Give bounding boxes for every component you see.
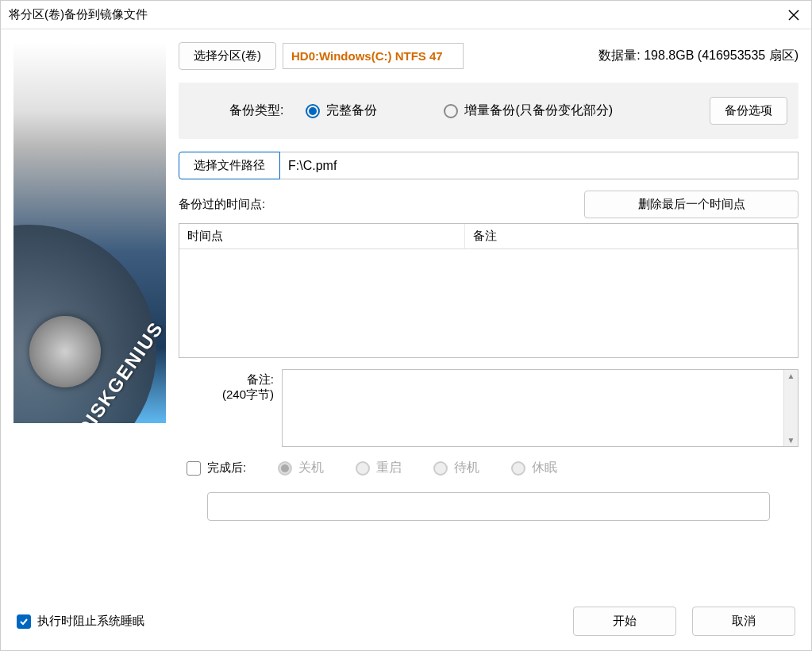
hibernate-radio: 休眠 [511, 460, 557, 476]
data-amount-label: 数据量: 198.8GB (416953535 扇区) [598, 48, 799, 64]
partition-row: 选择分区(卷) HD0:Windows(C:) NTFS 47 数据量: 198… [179, 42, 799, 70]
file-path-input[interactable] [280, 152, 799, 179]
restart-radio: 重启 [356, 460, 402, 476]
start-button[interactable]: 开始 [573, 607, 676, 636]
window-title: 将分区(卷)备份到镜像文件 [9, 7, 148, 22]
standby-radio: 待机 [433, 460, 479, 476]
content-area: DISKGENIUS 选择分区(卷) HD0:Windows(C:) NTFS … [1, 29, 811, 595]
history-label: 备份过的时间点: [179, 197, 265, 212]
close-icon [788, 10, 799, 21]
footer: 执行时阻止系统睡眠 开始 取消 [1, 595, 811, 650]
backup-type-label: 备份类型: [229, 102, 283, 119]
textarea-scrollbar[interactable]: ▲ ▼ [783, 370, 798, 446]
history-header-row: 备份过的时间点: 删除最后一个时间点 [179, 191, 799, 218]
table-header: 时间点 备注 [179, 224, 798, 249]
after-done-checkbox[interactable]: 完成后: [187, 460, 246, 476]
prevent-sleep-checkbox[interactable]: 执行时阻止系统睡眠 [17, 614, 144, 629]
check-icon [19, 617, 29, 626]
after-done-row: 完成后: 关机 重启 待机 休眠 [179, 460, 799, 476]
remark-textarea[interactable] [283, 370, 783, 446]
remark-label: 备注: (240字节) [179, 369, 274, 447]
incremental-backup-radio[interactable]: 增量备份(只备份变化部分) [444, 102, 613, 119]
close-button[interactable] [784, 6, 803, 25]
scroll-up-icon: ▲ [786, 370, 797, 382]
backup-options-button[interactable]: 备份选项 [710, 97, 787, 125]
backup-type-section: 备份类型: 完整备份 增量备份(只备份变化部分) 备份选项 [179, 83, 799, 139]
select-partition-button[interactable]: 选择分区(卷) [179, 42, 276, 70]
shutdown-radio: 关机 [278, 460, 324, 476]
col-timepoint[interactable]: 时间点 [179, 224, 465, 248]
main-panel: 选择分区(卷) HD0:Windows(C:) NTFS 47 数据量: 198… [179, 42, 799, 583]
remark-row: 备注: (240字节) ▲ ▼ [179, 369, 799, 447]
footer-buttons: 开始 取消 [573, 607, 795, 636]
full-backup-radio[interactable]: 完整备份 [306, 102, 377, 119]
delete-last-point-button[interactable]: 删除最后一个时间点 [584, 191, 799, 218]
partition-info-display: HD0:Windows(C:) NTFS 47 [283, 43, 464, 69]
sidebar-graphic: DISKGENIUS [13, 42, 166, 423]
titlebar: 将分区(卷)备份到镜像文件 [1, 1, 811, 29]
file-path-row: 选择文件路径 [179, 152, 799, 179]
col-remark[interactable]: 备注 [465, 224, 798, 248]
history-table: 时间点 备注 [179, 223, 799, 358]
progress-bar [207, 492, 770, 521]
scroll-down-icon: ▼ [786, 434, 797, 446]
cancel-button[interactable]: 取消 [692, 607, 795, 636]
dialog-window: 将分区(卷)备份到镜像文件 DISKGENIUS 选择分区(卷) HD0:Win… [0, 0, 812, 651]
select-file-path-button[interactable]: 选择文件路径 [179, 152, 280, 179]
